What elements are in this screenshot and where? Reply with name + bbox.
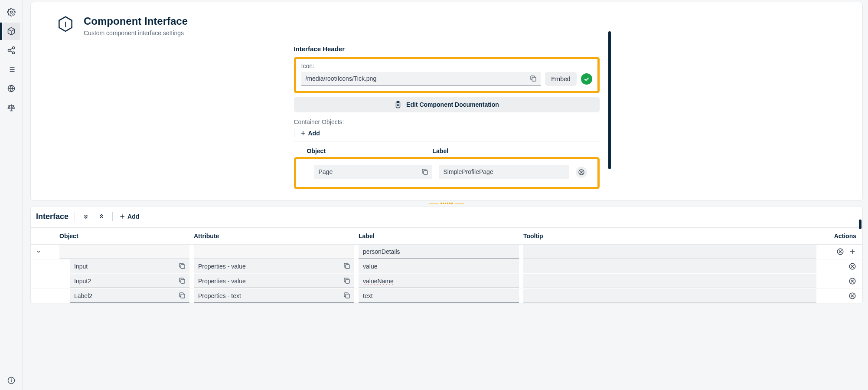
row-delete-button[interactable] [848, 277, 856, 285]
col-object: Object [46, 233, 194, 239]
browse-icon[interactable] [178, 262, 186, 270]
row-delete-button[interactable] [848, 262, 856, 270]
object-row-highlight [294, 157, 600, 189]
table-scroll-indicator [859, 220, 861, 229]
edit-doc-label: Edit Component Documentation [406, 101, 499, 108]
chevrons-up-icon [98, 213, 105, 220]
panel-resize-handle[interactable] [30, 203, 863, 204]
embed-button[interactable]: Embed [545, 72, 576, 86]
interface-header-title: Interface Header [294, 45, 600, 52]
interface-add-button[interactable]: Add [119, 213, 139, 220]
browse-icon[interactable] [178, 277, 186, 285]
sidebar-component[interactable] [3, 23, 20, 40]
clipboard-icon [394, 101, 402, 108]
gear-icon [7, 8, 16, 16]
sidebar-globe[interactable] [3, 80, 20, 97]
row-attribute-input[interactable] [194, 245, 354, 259]
status-ok-icon [581, 73, 592, 85]
svg-point-3 [12, 52, 14, 54]
container-objects-label: Container Objects: [294, 118, 600, 125]
row-label-input[interactable] [359, 274, 519, 288]
col-actions: Actions [821, 233, 862, 239]
browse-icon[interactable] [421, 168, 429, 176]
share-icon [7, 46, 16, 55]
row-label-input[interactable] [359, 259, 519, 273]
row-delete-button[interactable] [848, 292, 856, 300]
svg-line-5 [10, 48, 13, 49]
sidebar-info[interactable] [3, 372, 20, 389]
svg-point-19 [11, 379, 11, 379]
row-toggle[interactable] [36, 249, 42, 255]
row-tooltip-input[interactable] [523, 259, 816, 273]
container-object-input[interactable] [314, 165, 432, 179]
svg-rect-45 [346, 279, 349, 283]
sidebar-settings[interactable] [3, 3, 20, 21]
info-icon [7, 376, 16, 385]
plus-icon [300, 130, 307, 137]
row-delete-button[interactable] [836, 248, 844, 256]
row-label-input[interactable] [359, 289, 519, 303]
icon-highlight-box: Icon: Embed [294, 57, 600, 93]
edit-documentation-button[interactable]: Edit Component Documentation [294, 97, 600, 112]
svg-text:I: I [64, 20, 67, 29]
collapse-all-button[interactable] [97, 212, 106, 221]
svg-rect-50 [346, 294, 349, 298]
col-label: Label [359, 233, 523, 239]
svg-rect-21 [532, 77, 536, 81]
icon-path-input[interactable] [301, 72, 541, 86]
balance-icon [7, 103, 16, 112]
row-attribute-input[interactable] [194, 259, 354, 273]
expand-all-button[interactable] [81, 212, 91, 221]
row-object-input[interactable] [59, 245, 189, 259]
row-object-input[interactable] [70, 289, 189, 303]
page-subtitle: Custom component interface settings [84, 29, 188, 36]
sidebar-share[interactable] [3, 42, 20, 59]
table-row [31, 259, 862, 274]
app-sidebar [0, 0, 23, 390]
col-attribute: Attribute [194, 233, 359, 239]
page-title: Component Interface [84, 15, 188, 28]
row-object-input[interactable] [70, 259, 189, 273]
row-tooltip-input[interactable] [523, 245, 816, 259]
container-add-button[interactable]: Add [300, 130, 320, 137]
row-tooltip-input[interactable] [523, 289, 816, 303]
row-attribute-input[interactable] [194, 289, 354, 303]
col-label-header: Label [433, 147, 587, 154]
table-row [31, 274, 862, 289]
svg-rect-40 [346, 265, 349, 269]
browse-icon[interactable] [343, 277, 351, 285]
interface-title: Interface [36, 212, 69, 221]
browse-icon[interactable] [178, 292, 186, 299]
svg-rect-39 [181, 265, 185, 269]
globe-icon [7, 84, 16, 93]
browse-icon[interactable] [343, 262, 351, 270]
table-row [31, 245, 862, 259]
svg-point-1 [12, 47, 14, 49]
sidebar-divider [4, 369, 18, 369]
row-object-input[interactable] [70, 274, 189, 288]
svg-line-4 [10, 51, 13, 52]
browse-icon[interactable] [529, 75, 537, 82]
plus-icon [119, 213, 126, 220]
svg-point-2 [8, 49, 10, 52]
row-attribute-input[interactable] [194, 274, 354, 288]
settings-card: I Component Interface Custom component i… [30, 2, 863, 201]
svg-rect-49 [181, 294, 185, 298]
col-tooltip: Tooltip [523, 233, 821, 239]
sidebar-balance[interactable] [3, 99, 20, 116]
svg-rect-28 [424, 170, 427, 174]
sidebar-list[interactable] [3, 61, 20, 78]
row-tooltip-input[interactable] [523, 274, 816, 288]
right-scroll-indicator [608, 31, 611, 169]
container-label-input[interactable] [439, 165, 569, 179]
table-row [31, 289, 862, 304]
remove-row-button[interactable] [576, 167, 587, 178]
cube-icon [7, 27, 16, 36]
row-label-input[interactable] [359, 245, 519, 259]
row-add-button[interactable] [848, 248, 856, 256]
interface-hex-icon: I [56, 15, 75, 34]
browse-icon[interactable] [343, 292, 351, 299]
list-icon [7, 65, 16, 74]
svg-rect-44 [181, 279, 185, 283]
close-circle-icon [578, 169, 585, 176]
